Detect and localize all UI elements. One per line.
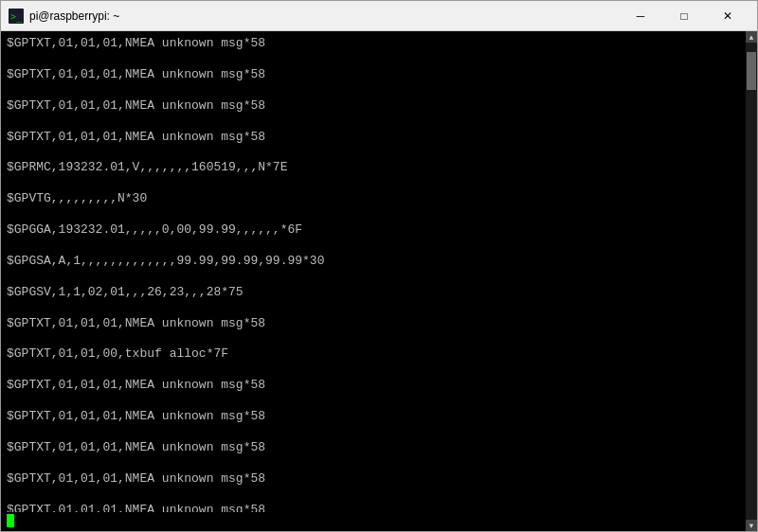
- terminal-line: $GPTXT,01,01,01,NMEA unknown msg*58: [7, 502, 751, 512]
- terminal-line: $GPTXT,01,01,01,NMEA unknown msg*58: [7, 98, 751, 115]
- terminal-line: [7, 177, 751, 190]
- terminal-line: $GPTXT,01,01,01,NMEA unknown msg*58: [7, 470, 751, 488]
- cursor-line: [7, 514, 751, 527]
- terminal-line: $GPTXT,01,01,01,NMEA unknown msg*58: [7, 439, 751, 457]
- terminal-line: [7, 239, 751, 253]
- terminal-line: [7, 53, 751, 66]
- terminal-line: $GPTXT,01,01,01,NMEA unknown msg*58: [7, 315, 751, 333]
- terminal-icon: >_: [9, 9, 24, 24]
- terminal-line: $GPVTG,,,,,,,,,N*30: [7, 190, 751, 208]
- terminal-line: [7, 332, 751, 346]
- window-controls: ─ □ ✕: [619, 1, 749, 31]
- scrollbar-down[interactable]: ▼: [746, 520, 757, 531]
- scrollbar-up[interactable]: ▲: [746, 31, 757, 43]
- terminal-body[interactable]: $GPTXT,01,01,01,NMEA unknown msg*58$GPTX…: [1, 31, 757, 531]
- terminal-line: [7, 488, 751, 502]
- terminal-line: [7, 364, 751, 377]
- terminal-line: [7, 208, 751, 222]
- window-title: pi@raspberrypi: ~: [29, 9, 619, 23]
- terminal-window: >_ pi@raspberrypi: ~ ─ □ ✕ $GPTXT,01,01,…: [0, 0, 758, 532]
- terminal-line: $GPGSV,1,1,02,01,,,26,23,,,28*75: [7, 284, 751, 302]
- terminal-line: $GPTXT,01,01,01,NMEA unknown msg*58: [7, 377, 751, 395]
- close-button[interactable]: ✕: [706, 1, 749, 31]
- terminal-line: $GPTXT,01,01,00,txbuf alloc*7F: [7, 346, 751, 364]
- terminal-line: [7, 395, 751, 408]
- minimize-button[interactable]: ─: [619, 1, 662, 31]
- terminal-line: $GPGGA,193232.01,,,,,0,00,99.99,,,,,,*6F: [7, 222, 751, 239]
- terminal-line: $GPRMC,193232.01,V,,,,,,,160519,,,N*7E: [7, 159, 751, 177]
- scrollbar[interactable]: ▲ ▼: [746, 31, 757, 531]
- terminal-line: $GPTXT,01,01,01,NMEA unknown msg*58: [7, 129, 751, 147]
- terminal-line: [7, 146, 751, 159]
- terminal-line: $GPGSA,A,1,,,,,,,,,,,,,99.99,99.99,99.99…: [7, 253, 751, 271]
- maximize-button[interactable]: □: [662, 1, 706, 31]
- scrollbar-thumb[interactable]: [747, 52, 756, 90]
- terminal-line: [7, 426, 751, 439]
- terminal-line: $GPTXT,01,01,01,NMEA unknown msg*58: [7, 408, 751, 426]
- terminal-line: $GPTXT,01,01,01,NMEA unknown msg*58: [7, 66, 751, 84]
- terminal-line: $GPTXT,01,01,01,NMEA unknown msg*58: [7, 35, 751, 53]
- terminal-line: [7, 271, 751, 284]
- terminal-cursor: [7, 514, 14, 527]
- terminal-line: [7, 115, 751, 129]
- terminal-line: [7, 302, 751, 315]
- svg-text:>_: >_: [10, 11, 23, 23]
- terminal-line: [7, 457, 751, 470]
- terminal-line: [7, 84, 751, 98]
- title-bar: >_ pi@raspberrypi: ~ ─ □ ✕: [1, 1, 757, 31]
- terminal-content: $GPTXT,01,01,01,NMEA unknown msg*58$GPTX…: [7, 35, 751, 512]
